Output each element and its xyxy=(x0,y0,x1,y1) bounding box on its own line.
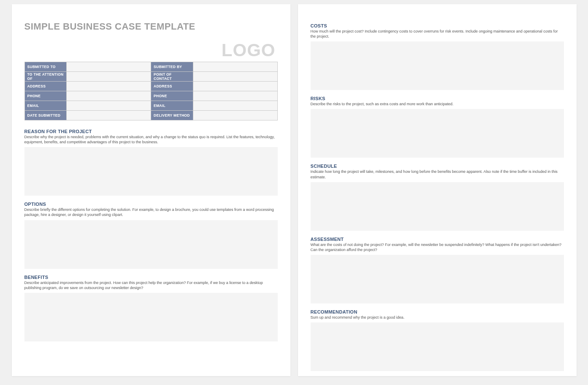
label-email-to: EMAIL xyxy=(24,101,67,111)
label-submitted-by: SUBMITTED BY xyxy=(151,62,193,72)
section-risks: RISKS Describe the risks to the project,… xyxy=(311,96,564,158)
label-submitted-to: SUBMITTED TO xyxy=(24,62,67,72)
section-options: OPTIONS Describe briefly the different o… xyxy=(24,202,278,268)
section-desc-risks: Describe the risks to the project, such … xyxy=(311,101,564,106)
label-phone-to: PHONE xyxy=(24,91,67,101)
input-risks[interactable] xyxy=(311,109,564,158)
section-title-reason: REASON FOR THE PROJECT xyxy=(24,129,278,134)
section-desc-options: Describe briefly the different options f… xyxy=(24,207,278,217)
section-desc-benefits: Describe anticipated improvements from t… xyxy=(24,280,278,290)
section-desc-costs: How much will the project cost? Include … xyxy=(311,29,564,39)
section-title-assessment: ASSESSMENT xyxy=(311,237,564,242)
label-address-by: ADDRESS xyxy=(151,82,193,91)
input-assessment[interactable] xyxy=(311,255,564,303)
section-title-schedule: SCHEDULE xyxy=(311,164,564,169)
document-page-2: COSTS How much will the project cost? In… xyxy=(298,4,577,376)
value-email-to[interactable] xyxy=(67,101,151,111)
logo-placeholder: LOGO xyxy=(222,40,276,60)
value-address-by[interactable] xyxy=(193,82,277,91)
value-attention-of[interactable] xyxy=(67,72,151,82)
section-title-costs: COSTS xyxy=(311,23,564,28)
section-desc-recommendation: Sum up and recommend why the project is … xyxy=(311,315,564,320)
value-delivery-method[interactable] xyxy=(193,111,277,120)
label-email-by: EMAIL xyxy=(151,101,193,111)
label-address-to: ADDRESS xyxy=(24,82,67,91)
section-costs: COSTS How much will the project cost? In… xyxy=(311,23,564,90)
input-options[interactable] xyxy=(24,220,278,269)
section-title-recommendation: RECOMMENDATION xyxy=(311,309,564,314)
value-phone-to[interactable] xyxy=(67,91,151,101)
label-delivery-method: DELIVERY METHOD xyxy=(151,111,193,120)
section-desc-reason: Describe why the project is needed, prob… xyxy=(24,134,278,145)
document-page-1: SIMPLE BUSINESS CASE TEMPLATE LOGO SUBMI… xyxy=(12,4,290,376)
input-reason[interactable] xyxy=(24,147,278,196)
label-phone-by: PHONE xyxy=(151,91,193,101)
document-title: SIMPLE BUSINESS CASE TEMPLATE xyxy=(24,21,278,32)
value-phone-by[interactable] xyxy=(193,91,277,101)
label-point-of-contact: POINT OF CONTACT xyxy=(151,72,193,82)
section-assessment: ASSESSMENT What are the costs of not doi… xyxy=(311,237,564,303)
label-date-submitted: DATE SUBMITTED xyxy=(24,111,67,120)
input-costs[interactable] xyxy=(311,41,564,90)
section-title-benefits: BENEFITS xyxy=(24,275,278,280)
input-schedule[interactable] xyxy=(311,182,564,231)
section-recommendation: RECOMMENDATION Sum up and recommend why … xyxy=(311,309,564,371)
section-title-options: OPTIONS xyxy=(24,202,278,207)
value-submitted-by[interactable] xyxy=(193,62,277,72)
value-date-submitted[interactable] xyxy=(67,111,151,120)
value-email-by[interactable] xyxy=(193,101,277,111)
submission-info-table: SUBMITTED TO SUBMITTED BY TO THE ATTENTI… xyxy=(24,62,278,120)
input-recommendation[interactable] xyxy=(311,322,564,371)
label-attention-of: TO THE ATTENTION OF xyxy=(24,72,67,82)
input-benefits[interactable] xyxy=(24,293,278,341)
value-submitted-to[interactable] xyxy=(67,62,151,72)
section-desc-assessment: What are the costs of not doing the proj… xyxy=(311,242,564,252)
value-point-of-contact[interactable] xyxy=(193,72,277,82)
section-title-risks: RISKS xyxy=(311,96,564,101)
value-address-to[interactable] xyxy=(67,82,151,91)
section-reason: REASON FOR THE PROJECT Describe why the … xyxy=(24,129,278,196)
section-schedule: SCHEDULE Indicate how long the project w… xyxy=(311,164,564,230)
section-desc-schedule: Indicate how long the project will take,… xyxy=(311,169,564,179)
section-benefits: BENEFITS Describe anticipated improvemen… xyxy=(24,275,278,341)
